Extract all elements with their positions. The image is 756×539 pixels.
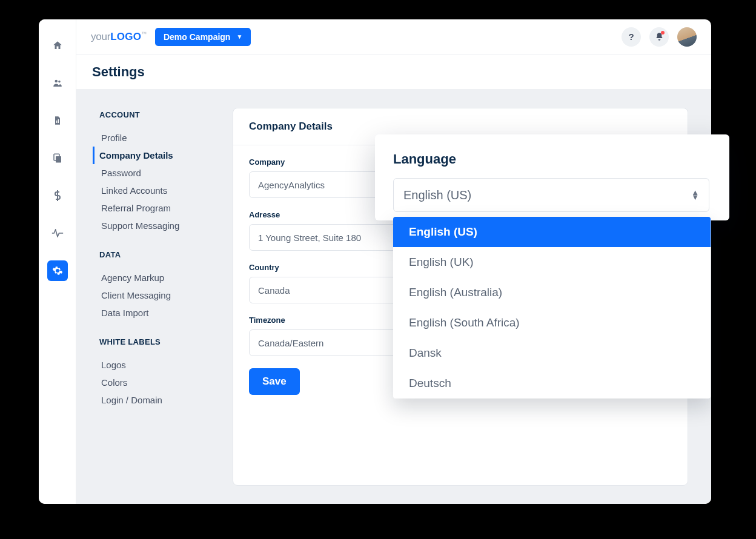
activity-icon[interactable] [47,223,68,243]
help-label: ? [628,31,634,42]
nav-item-referral-program[interactable]: Referral Program [99,199,214,217]
nav-item-password[interactable]: Password [99,164,214,182]
brand-logo: yourLOGO™ [91,31,147,43]
language-popover: Language English (US) ▲▼ English (US) En… [375,134,729,220]
language-selected-value: English (US) [403,188,471,202]
brand-part1: your [91,31,110,42]
file-icon[interactable] [47,110,68,131]
nav-item-profile[interactable]: Profile [99,129,214,147]
language-option-en-uk[interactable]: English (UK) [393,247,711,277]
brand-part2: LOGO [110,31,141,42]
brand-tm: ™ [141,31,147,37]
nav-heading-white-labels: WHITE LABELS [99,337,214,346]
language-option-deutsch[interactable]: Deutsch [393,368,711,398]
language-option-en-us[interactable]: English (US) [393,217,711,247]
nav-item-linked-accounts[interactable]: Linked Accounts [99,182,214,199]
svg-rect-4 [56,156,61,163]
language-select[interactable]: English (US) ▲▼ [393,178,709,212]
nav-heading-data: DATA [99,250,214,259]
gear-icon[interactable] [47,260,68,281]
nav-item-logos[interactable]: Logos [99,356,214,374]
chevron-updown-icon: ▲▼ [691,190,699,199]
caret-down-icon: ▼ [236,33,242,40]
copy-icon[interactable] [47,148,68,168]
nav-item-client-messaging[interactable]: Client Messaging [99,286,214,304]
nav-item-support-messaging[interactable]: Support Messaging [99,217,214,234]
svg-rect-3 [58,119,58,123]
notifications-button[interactable] [649,27,669,47]
nav-item-login-domain[interactable]: Login / Domain [99,391,214,409]
icon-rail [39,19,76,504]
settings-nav: ACCOUNT Profile Company Details Password… [99,108,214,486]
help-button[interactable]: ? [622,27,641,47]
page-title: Settings [92,64,145,80]
page-title-bar: Settings [76,55,711,90]
language-option-dansk[interactable]: Dansk [393,338,711,368]
svg-point-0 [55,80,58,83]
topbar: yourLOGO™ Demo Campaign ▼ ? [76,19,711,55]
svg-rect-2 [56,121,57,123]
svg-point-1 [58,81,61,83]
save-button[interactable]: Save [249,368,300,395]
nav-item-colors[interactable]: Colors [99,374,214,391]
users-icon[interactable] [47,73,68,93]
language-title: Language [393,151,711,167]
language-option-en-au[interactable]: English (Australia) [393,277,711,308]
home-icon[interactable] [47,35,68,56]
nav-heading-account: ACCOUNT [99,110,214,119]
nav-item-agency-markup[interactable]: Agency Markup [99,269,214,286]
notification-dot [661,31,665,35]
campaign-label: Demo Campaign [164,32,230,42]
nav-item-company-details[interactable]: Company Details [93,147,214,164]
campaign-selector[interactable]: Demo Campaign ▼ [155,28,251,46]
language-dropdown-menu: English (US) English (UK) English (Austr… [393,217,711,398]
avatar[interactable] [677,27,697,47]
dollar-icon[interactable] [47,185,68,206]
language-option-en-za[interactable]: English (South Africa) [393,308,711,338]
nav-item-data-import[interactable]: Data Import [99,304,214,322]
